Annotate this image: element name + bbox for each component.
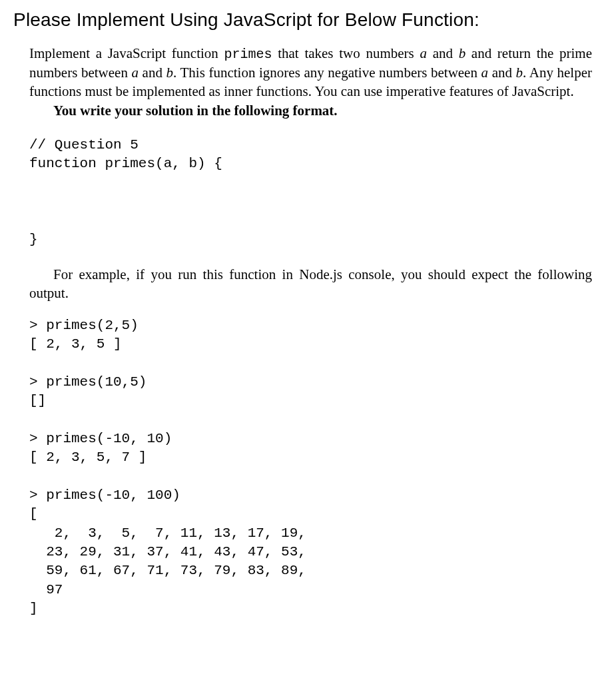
text-seg: that takes two numbers [272, 45, 420, 61]
code-stub-block: // Question 5 function primes(a, b) { } [29, 136, 592, 249]
var-b: b [459, 45, 466, 61]
var-b: b [516, 65, 523, 81]
text-seg: and [427, 45, 459, 61]
code-inline-primes: primes [224, 47, 272, 62]
var-a: a [420, 45, 427, 61]
var-a: a [131, 65, 139, 81]
var-b: b [166, 65, 174, 81]
page-title: Please Implement Using JavaScript for Be… [13, 9, 603, 31]
problem-paragraph: Implement a JavaScript function primes t… [29, 44, 592, 120]
console-output-block: > primes(2,5) [ 2, 3, 5 ] > primes(10,5)… [29, 316, 592, 619]
text-seg: . This function ignores any negative num… [173, 65, 481, 81]
text-seg: and [139, 65, 166, 81]
example-intro-text: For example, if you run this function in… [29, 265, 592, 303]
text-seg: and [488, 65, 516, 81]
format-instruction: You write your solution in the following… [29, 101, 592, 120]
text-seg: Implement a JavaScript function [29, 45, 224, 61]
var-a: a [481, 65, 489, 81]
